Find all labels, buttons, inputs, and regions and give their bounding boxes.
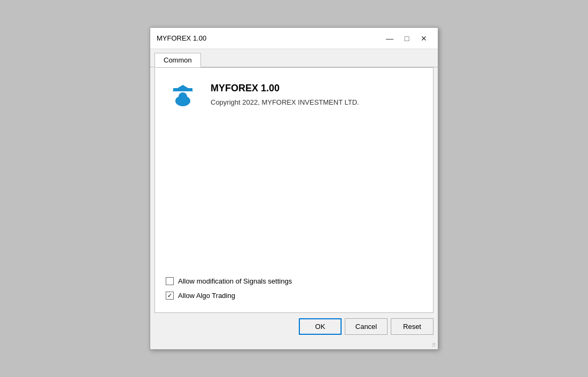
footer: OK Cancel Reset — [150, 313, 438, 341]
maximize-button[interactable]: □ — [399, 33, 414, 44]
checkbox-algo-row[interactable]: Allow Algo Trading — [166, 292, 422, 300]
window-title: MYFOREX 1.00 — [157, 34, 206, 42]
svg-point-3 — [179, 92, 187, 101]
checkbox-algo-label: Allow Algo Trading — [178, 292, 235, 300]
window-controls: — □ ✕ — [382, 33, 431, 44]
app-copyright: Copyright 2022, MYFOREX INVESTMENT LTD. — [211, 98, 359, 106]
checkbox-algo[interactable] — [166, 292, 174, 300]
app-logo — [166, 81, 200, 115]
title-bar: MYFOREX 1.00 — □ ✕ — [150, 28, 438, 49]
tab-common[interactable]: Common — [154, 53, 201, 67]
content-area: MYFOREX 1.00 Copyright 2022, MYFOREX INV… — [154, 67, 434, 313]
checkbox-signals-row[interactable]: Allow modification of Signals settings — [166, 277, 422, 285]
close-button[interactable]: ✕ — [416, 33, 431, 44]
ok-button[interactable]: OK — [299, 318, 342, 335]
minimize-button[interactable]: — — [382, 33, 397, 44]
checkbox-signals-label: Allow modification of Signals settings — [178, 277, 292, 285]
checkbox-signals[interactable] — [166, 277, 174, 285]
resize-handle[interactable]: ⠿ — [150, 341, 438, 349]
app-info: MYFOREX 1.00 Copyright 2022, MYFOREX INV… — [166, 81, 422, 115]
app-name: MYFOREX 1.00 — [211, 83, 359, 94]
checkboxes: Allow modification of Signals settings A… — [166, 266, 422, 300]
app-details: MYFOREX 1.00 Copyright 2022, MYFOREX INV… — [211, 81, 359, 106]
reset-button[interactable]: Reset — [391, 318, 434, 335]
tab-bar: Common — [150, 49, 438, 67]
main-window: MYFOREX 1.00 — □ ✕ Common — [150, 27, 438, 350]
cancel-button[interactable]: Cancel — [345, 318, 388, 335]
